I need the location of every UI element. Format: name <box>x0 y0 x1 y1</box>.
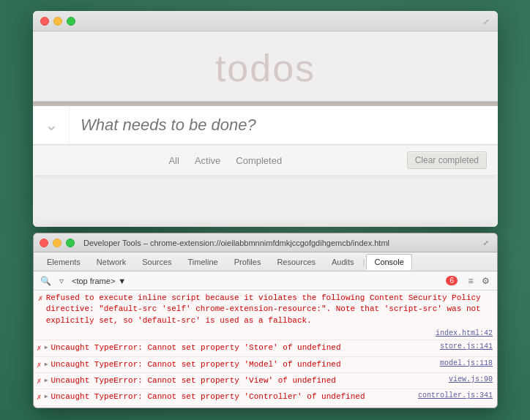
window-titlebar: ⤢ <box>33 11 498 31</box>
console-error-model: ✗ ▶ Uncaught TypeError: Cannot set prope… <box>34 357 497 373</box>
devtools-title: Developer Tools – chrome-extension://oie… <box>83 239 477 247</box>
error-icon-security: ✗ <box>38 293 43 303</box>
fullscreen-icon[interactable]: ⤢ <box>480 15 492 27</box>
store-error-text: Uncaught TypeError: Cannot set property … <box>51 342 437 353</box>
toggle-all-button[interactable]: ⌄ <box>33 106 70 144</box>
console-error-app: ✗ ▶ Uncaught ReferenceError: app is not … <box>34 406 497 408</box>
model-error-file[interactable]: model.js:118 <box>440 359 493 367</box>
clear-completed-button[interactable]: Clear completed <box>407 151 487 169</box>
error-icon-model: ✗ <box>37 360 42 370</box>
expand-arrow-model[interactable]: ▶ <box>45 361 48 367</box>
clear-console-icon[interactable]: ≡ <box>465 275 477 287</box>
settings-icon[interactable]: ⚙ <box>479 275 491 287</box>
tab-console[interactable]: Console <box>366 254 411 270</box>
devtools-expand-icon[interactable]: ⤢ <box>481 238 491 248</box>
expand-arrow-controller[interactable]: ▶ <box>45 393 48 400</box>
tab-audits[interactable]: Audits <box>324 255 362 269</box>
devtools-toolbar: 🔍 ▿ <top frame> ▼ 6 ≡ ⚙ <box>34 271 497 290</box>
frame-selector-arrow: ▼ <box>118 277 126 285</box>
error-icon-store: ✗ <box>37 343 42 353</box>
main-window: ⤢ todos ⌄ All Active Completed Clear com… <box>33 11 498 227</box>
console-error-store: ✗ ▶ Uncaught TypeError: Cannot set prope… <box>34 340 497 356</box>
app-content: todos ⌄ All Active Completed Clear compl… <box>33 31 498 227</box>
tab-profiles[interactable]: Profiles <box>227 255 269 269</box>
tab-sources[interactable]: Sources <box>135 255 179 269</box>
devtools-window: Developer Tools – chrome-extension://oie… <box>33 233 498 408</box>
expand-arrow-store[interactable]: ▶ <box>45 344 48 350</box>
tab-elements[interactable]: Elements <box>40 255 88 269</box>
filter-active[interactable]: Active <box>189 153 226 168</box>
tab-resources[interactable]: Resources <box>269 255 323 269</box>
app-title: todos <box>33 31 498 101</box>
error-icon-controller: ✗ <box>37 392 42 402</box>
toolbar-right-icons: ≡ ⚙ <box>465 275 491 287</box>
todo-input[interactable] <box>70 106 498 144</box>
security-error-text: Refused to execute inline script because… <box>46 293 493 326</box>
todo-input-section: ⌄ <box>33 101 498 145</box>
expand-arrow-view[interactable]: ▶ <box>45 377 48 383</box>
maximize-button[interactable] <box>67 17 75 26</box>
console-error-view: ✗ ▶ Uncaught TypeError: Cannot set prope… <box>34 373 497 389</box>
view-error-file[interactable]: view.js:90 <box>449 375 493 383</box>
error-count-badge: 6 <box>446 276 458 285</box>
minimize-button[interactable] <box>53 17 62 26</box>
security-error-row: ✗ Refused to execute inline script becau… <box>38 293 493 326</box>
error-icon-view: ✗ <box>37 376 42 386</box>
model-error-text: Uncaught TypeError: Cannot set property … <box>51 359 437 370</box>
controller-error-text: Uncaught TypeError: Cannot set property … <box>51 391 415 402</box>
todo-footer: All Active Completed Clear completed <box>33 145 498 175</box>
controller-error-file[interactable]: controller.js:341 <box>418 391 493 400</box>
devtools-tabs: Elements Network Sources Timeline Profil… <box>34 252 497 271</box>
store-error-file[interactable]: store.js:141 <box>440 342 493 350</box>
frame-selector[interactable]: <top frame> ▼ <box>72 277 126 285</box>
tab-divider: | <box>363 258 365 266</box>
filter-all[interactable]: All <box>163 153 184 168</box>
devtools-maximize-button[interactable] <box>66 239 75 247</box>
filter-icon[interactable]: ▿ <box>56 275 67 287</box>
search-icon[interactable]: 🔍 <box>40 275 51 287</box>
console-content: ✗ Refused to execute inline script becau… <box>34 290 497 408</box>
footer-filters: All Active Completed <box>44 153 407 168</box>
console-error-controller: ✗ ▶ Uncaught TypeError: Cannot set prope… <box>34 389 497 405</box>
frame-selector-label: <top frame> <box>72 277 115 285</box>
view-error-text: Uncaught TypeError: Cannot set property … <box>51 375 446 386</box>
devtools-titlebar: Developer Tools – chrome-extension://oie… <box>34 233 497 252</box>
close-button[interactable] <box>40 17 49 26</box>
devtools-minimize-button[interactable] <box>53 239 61 247</box>
tab-timeline[interactable]: Timeline <box>181 255 225 269</box>
tab-network[interactable]: Network <box>89 255 133 269</box>
console-error-security: ✗ Refused to execute inline script becau… <box>34 290 497 340</box>
security-error-file[interactable]: index.html:42 <box>436 329 493 337</box>
todo-input-row: ⌄ <box>33 106 498 144</box>
filter-completed[interactable]: Completed <box>230 153 288 168</box>
devtools-close-button[interactable] <box>40 239 48 247</box>
